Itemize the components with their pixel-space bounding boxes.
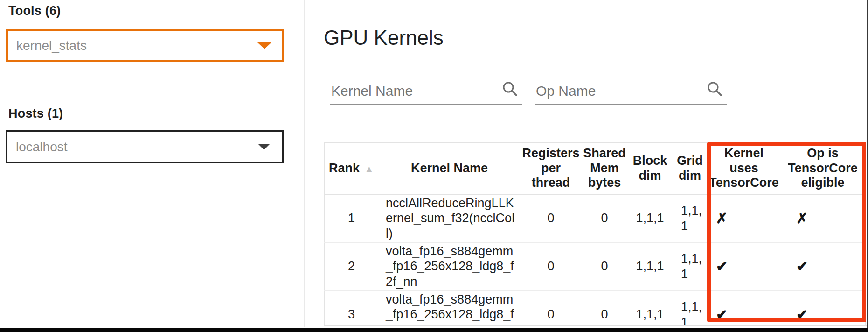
chevron-down-icon [258, 144, 270, 150]
sort-ascending-icon[interactable]: ▲ [364, 163, 374, 174]
op-name-search-input[interactable] [536, 83, 699, 99]
tools-section-label: Tools (6) [8, 4, 61, 18]
cell-grid-dim: 1,1,1 [672, 290, 708, 326]
cell-grid-dim: 1,1,1 [672, 242, 708, 290]
cell-op-is-tensorcore-eligible: ✔ [780, 290, 866, 326]
cell-shared-mem-bytes: 0 [581, 194, 628, 242]
cell-kernel-name: volta_fp16_s884gemm_fp16_256x128_ldg8_f2… [378, 290, 521, 326]
cell-registers-per-thread: 0 [521, 194, 581, 242]
cell-kernel-uses-tensorcore: ✔ [708, 242, 780, 290]
cell-registers-per-thread: 0 [521, 290, 581, 326]
cell-rank: 1 [324, 194, 378, 242]
column-header-registers-per-thread[interactable]: Registers per thread [521, 142, 581, 194]
gpu-kernels-table: Rank▲ Kernel Name Registers per thread S… [324, 142, 866, 326]
gpu-kernels-table-container: Rank▲ Kernel Name Registers per thread S… [324, 142, 867, 326]
tools-select-value: kernel_stats [8, 38, 87, 53]
cell-block-dim: 1,1,1 [628, 194, 672, 242]
column-header-kernel-uses-tensorcore[interactable]: Kernel uses TensorCore [708, 142, 780, 194]
cell-op-is-tensorcore-eligible: ✗ [780, 194, 866, 242]
cell-kernel-name: volta_fp16_s884gemm_fp16_256x128_ldg8_f2… [378, 242, 521, 290]
cell-rank: 2 [324, 242, 378, 290]
search-icon [706, 80, 723, 97]
kernel-name-search-field[interactable] [330, 73, 522, 105]
op-name-search-field[interactable] [535, 73, 727, 105]
cell-op-is-tensorcore-eligible: ✔ [780, 242, 866, 290]
hosts-select[interactable]: localhost [6, 130, 284, 163]
kernel-name-search-input[interactable] [331, 83, 494, 99]
column-header-rank[interactable]: Rank▲ [324, 142, 378, 194]
table-row: 3 volta_fp16_s884gemm_fp16_256x128_ldg8_… [324, 290, 866, 326]
table-row: 1 ncclAllReduceRingLLKernel_sum_f32(nccl… [324, 194, 866, 242]
cell-block-dim: 1,1,1 [628, 290, 672, 326]
chevron-down-icon [257, 42, 271, 49]
cell-rank: 3 [324, 290, 378, 326]
hosts-select-value: localhost [7, 140, 68, 155]
column-header-kernel-name[interactable]: Kernel Name [378, 142, 521, 194]
cell-shared-mem-bytes: 0 [581, 242, 628, 290]
window-bottom-bar [0, 328, 868, 332]
content-bottom-edge [324, 325, 868, 326]
hosts-section-label: Hosts (1) [8, 106, 63, 121]
profiler-screen: Tools (6) kernel_stats Hosts (1) localho… [0, 0, 868, 332]
search-icon [501, 80, 518, 97]
column-header-block-dim[interactable]: Block dim [628, 142, 672, 194]
cell-kernel-uses-tensorcore: ✔ [708, 290, 780, 326]
column-header-grid-dim[interactable]: Grid dim [672, 142, 708, 194]
page-title: GPU Kernels [324, 26, 444, 49]
column-header-shared-mem-bytes[interactable]: Shared Mem bytes [581, 142, 628, 194]
table-header-row: Rank▲ Kernel Name Registers per thread S… [324, 142, 866, 194]
column-header-op-is-tensorcore-eligible[interactable]: Op is TensorCore eligible [780, 142, 866, 194]
cell-registers-per-thread: 0 [521, 242, 581, 290]
sidebar-divider [304, 0, 305, 327]
cell-shared-mem-bytes: 0 [581, 290, 628, 326]
cell-kernel-uses-tensorcore: ✗ [708, 194, 780, 242]
table-row: 2 volta_fp16_s884gemm_fp16_256x128_ldg8_… [324, 242, 866, 290]
cell-grid-dim: 1,1,1 [672, 194, 708, 242]
cell-kernel-name: ncclAllReduceRingLLKernel_sum_f32(ncclCo… [378, 194, 521, 242]
tools-select[interactable]: kernel_stats [6, 29, 284, 62]
cell-block-dim: 1,1,1 [628, 242, 672, 290]
